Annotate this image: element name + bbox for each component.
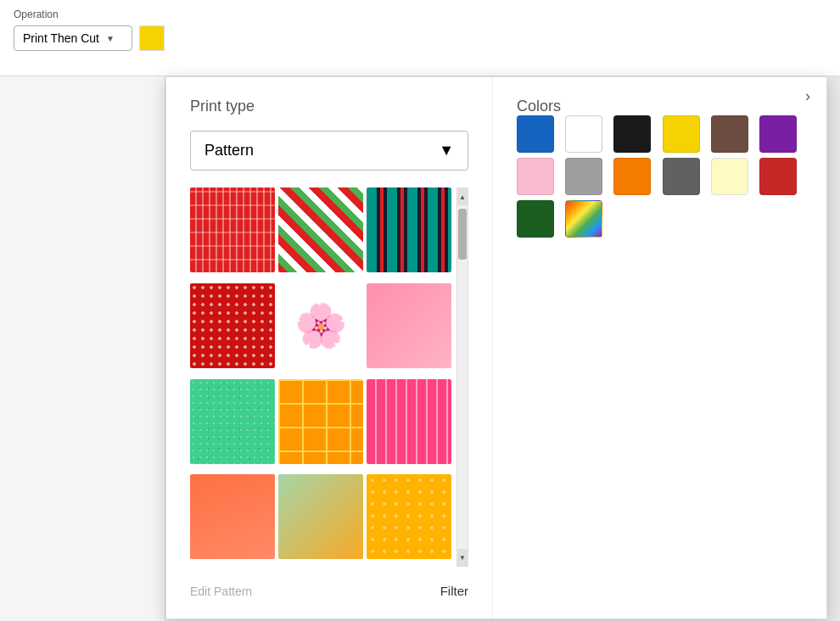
color-swatches-grid: [517, 115, 803, 238]
color-swatch-yellow[interactable]: [663, 115, 700, 153]
list-item[interactable]: [367, 379, 451, 464]
print-type-section: Print type Pattern ▼ 🌸: [166, 77, 493, 618]
list-item[interactable]: [190, 474, 275, 559]
color-swatch-green[interactable]: [517, 200, 554, 238]
list-item[interactable]: [367, 283, 451, 368]
color-swatch-red[interactable]: [759, 158, 797, 195]
pattern-scrollbar: ▲ ▼: [456, 187, 468, 567]
edit-pattern-button[interactable]: Edit Pattern: [190, 585, 252, 598]
operation-value: Print Then Cut: [23, 31, 99, 45]
list-item[interactable]: [278, 187, 363, 272]
color-swatch-rainbow[interactable]: [565, 200, 602, 238]
color-swatch-blue[interactable]: [517, 115, 554, 153]
pattern-grid: 🌸: [190, 187, 468, 567]
color-swatch-darkgray[interactable]: [663, 158, 700, 195]
color-swatch-brown[interactable]: [711, 115, 748, 153]
pattern-grid-container: 🌸 ▲ ▼: [190, 187, 468, 567]
list-item[interactable]: [278, 474, 363, 559]
operation-label: Operation: [14, 8, 59, 20]
list-item[interactable]: [367, 474, 451, 559]
selected-type: Pattern: [204, 142, 254, 159]
type-select-wrapper: Pattern ▼: [190, 131, 468, 171]
colors-section: Colors: [493, 77, 826, 618]
dropdown-arrow-icon: ▼: [106, 34, 115, 43]
scrollbar-down-button[interactable]: ▼: [456, 549, 468, 566]
main-area: Print type Pattern ▼ 🌸: [0, 76, 840, 621]
list-item[interactable]: [190, 283, 275, 368]
scrollbar-thumb[interactable]: [458, 209, 467, 260]
color-swatch-white[interactable]: [565, 115, 602, 153]
type-dropdown-arrow-icon: ▼: [439, 142, 454, 159]
color-swatch-black[interactable]: [613, 115, 651, 153]
list-item[interactable]: [190, 379, 275, 464]
filter-button[interactable]: Filter: [440, 584, 468, 598]
colors-title: Colors: [517, 98, 561, 115]
color-swatch-pink[interactable]: [517, 158, 554, 195]
close-button[interactable]: ›: [798, 86, 818, 106]
color-swatch-orange[interactable]: [613, 158, 651, 195]
color-swatch-purple[interactable]: [759, 115, 797, 153]
scrollbar-up-button[interactable]: ▲: [456, 188, 468, 205]
type-select-dropdown[interactable]: Pattern ▼: [190, 131, 468, 171]
list-item[interactable]: [278, 379, 363, 464]
color-swatch-preview[interactable]: [139, 25, 165, 51]
left-sidebar: [0, 76, 165, 621]
operation-select: Print Then Cut ▼: [14, 25, 165, 51]
color-swatch-cream[interactable]: [711, 158, 748, 195]
operation-dropdown[interactable]: Print Then Cut ▼: [14, 25, 132, 51]
list-item[interactable]: [190, 187, 275, 272]
color-swatch-gray[interactable]: [565, 158, 602, 195]
top-bar: Operation Print Then Cut ▼: [0, 0, 840, 76]
print-type-title: Print type: [190, 98, 468, 115]
bottom-actions: Edit Pattern Filter: [190, 573, 468, 598]
popup-panel: Print type Pattern ▼ 🌸: [165, 76, 827, 619]
list-item[interactable]: [367, 187, 451, 272]
list-item[interactable]: 🌸: [278, 283, 363, 368]
